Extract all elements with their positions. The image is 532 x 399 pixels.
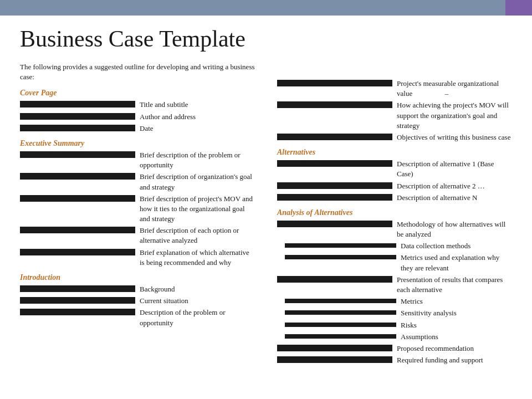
bullet-icon-small — [285, 299, 396, 303]
introduction-list: Background Current situation Description… — [20, 284, 255, 328]
top-bar — [0, 0, 532, 16]
bullet-icon — [20, 151, 135, 158]
list-item-sub: Risks — [277, 320, 512, 330]
bullet-icon-small — [285, 323, 396, 327]
bullet-icon-small — [285, 243, 396, 248]
mov-list: Project's measurable organizational valu… — [277, 79, 512, 142]
list-item-sub: Data collection methods — [277, 241, 512, 251]
bullet-icon-small — [285, 334, 396, 339]
list-item: Description of alternative 1 (Base Case) — [277, 159, 512, 179]
two-column-layout: The following provides a suggested outli… — [20, 62, 512, 370]
list-item: Description of alternative N — [277, 193, 512, 203]
bullet-icon — [20, 297, 135, 304]
top-bar-accent — [505, 0, 532, 16]
bullet-icon — [277, 160, 392, 167]
bullet-icon-small — [285, 310, 396, 315]
bullet-icon — [277, 194, 392, 201]
bullet-icon — [20, 309, 135, 315]
section-mov: Project's measurable organizational valu… — [277, 79, 512, 142]
section-cover-page: Cover Page Title and subtitle Author and… — [20, 89, 255, 134]
right-column: Project's measurable organizational valu… — [277, 62, 512, 370]
list-item: Title and subtitle — [20, 100, 255, 110]
list-item-sub: Sensitivity analysis — [277, 308, 512, 318]
bullet-icon — [20, 101, 135, 108]
list-item: Description of alternative 2 … — [277, 181, 512, 191]
section-analysis: Analysis of Alternatives Methodology of … — [277, 208, 512, 365]
list-item: Background — [20, 284, 255, 294]
section-introduction: Introduction Background Current situatio… — [20, 273, 255, 328]
bullet-icon — [20, 113, 135, 120]
bullet-icon — [277, 345, 392, 351]
list-item: Proposed recommendation — [277, 344, 512, 354]
bullet-icon — [277, 276, 392, 283]
list-item-sub: Metrics — [277, 296, 512, 306]
heading-introduction: Introduction — [20, 273, 255, 282]
list-item: Brief description of project's MOV and h… — [20, 194, 255, 224]
bullet-icon — [277, 182, 392, 189]
list-item: Brief description of each option or alte… — [20, 226, 255, 245]
list-item: Date — [20, 124, 255, 134]
list-item: Current situation — [20, 296, 255, 306]
bullet-icon — [20, 195, 135, 202]
heading-analysis: Analysis of Alternatives — [277, 208, 512, 217]
section-alternatives: Alternatives Description of alternative … — [277, 148, 512, 203]
bullet-icon — [20, 173, 135, 180]
list-item-sub: Metrics used and explanation why they ar… — [277, 253, 512, 273]
page-title: Business Case Template — [20, 25, 512, 52]
list-item: Brief description of the problem or oppo… — [20, 150, 255, 170]
bullet-icon-small — [285, 255, 396, 259]
list-item: Brief explanation of which alternative i… — [20, 248, 255, 268]
bullet-icon — [20, 125, 135, 131]
list-item: Required funding and support — [277, 355, 512, 365]
heading-alternatives: Alternatives — [277, 148, 512, 157]
cover-page-list: Title and subtitle Author and address Da… — [20, 100, 255, 134]
list-item-sub: Assumptions — [277, 332, 512, 342]
executive-summary-list: Brief description of the problem or oppo… — [20, 150, 255, 268]
list-item: Brief description of organization's goal… — [20, 172, 255, 192]
heading-executive-summary: Executive Summary — [20, 139, 255, 148]
bullet-icon — [20, 249, 135, 255]
list-item: Description of the problem or opportunit… — [20, 308, 255, 328]
list-item: How achieving the project's MOV will sup… — [277, 100, 512, 131]
bullet-icon — [20, 285, 135, 292]
list-item: Author and address — [20, 112, 255, 122]
list-item: Objectives of writing this business case — [277, 132, 512, 142]
bullet-icon — [277, 221, 392, 227]
alternatives-list: Description of alternative 1 (Base Case)… — [277, 159, 512, 203]
bullet-icon — [277, 80, 392, 86]
list-item: Presentation of results that compares ea… — [277, 275, 512, 295]
analysis-list: Methodology of how alternatives will be … — [277, 219, 512, 365]
bullet-icon — [277, 356, 392, 363]
left-column: The following provides a suggested outli… — [20, 62, 255, 370]
section-executive-summary: Executive Summary Brief description of t… — [20, 139, 255, 268]
bullet-icon — [277, 101, 392, 108]
intro-text: The following provides a suggested outli… — [20, 62, 255, 82]
bullet-icon — [277, 134, 392, 140]
bullet-icon — [20, 227, 135, 233]
heading-cover-page: Cover Page — [20, 89, 255, 98]
list-item: Methodology of how alternatives will be … — [277, 219, 512, 239]
list-item: Project's measurable organizational valu… — [277, 79, 512, 99]
content-area: Business Case Template The following pro… — [0, 16, 532, 380]
